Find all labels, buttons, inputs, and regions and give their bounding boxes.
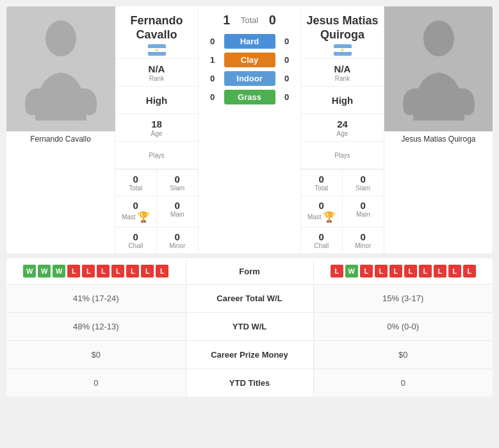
left-header-name1: Fernando (130, 14, 183, 28)
right-trophy-icon: 🏆 (323, 211, 336, 223)
right-form-l2: L (360, 265, 373, 278)
total-score-left: 1 (220, 13, 233, 28)
left-minor-cell: 0 Minor (157, 228, 199, 253)
right-mast-lbl: Mast (307, 213, 322, 220)
right-ytd-wl: 0% (0-0) (314, 313, 493, 340)
right-main-val: 0 (344, 200, 383, 211)
right-rank-row: N/A Rank (301, 59, 384, 87)
left-titles: 0 (6, 369, 186, 397)
comparison-card: Fernando Cavallo Fernando Cavallo N/A Ra… (6, 6, 493, 253)
left-silhouette (22, 18, 99, 120)
right-rank-value: N/A (334, 63, 351, 74)
indoor-score-right: 0 (282, 74, 292, 83)
right-chall-lbl: Chall (302, 242, 341, 249)
right-minor-lbl: Minor (344, 242, 383, 249)
right-high-value: High (332, 95, 353, 106)
right-flag (334, 44, 352, 56)
surface-row-hard: 0 Hard 0 (201, 34, 298, 49)
right-photo (384, 6, 493, 131)
left-age-row: 18 Age (115, 114, 198, 142)
main-container: Fernando Cavallo Fernando Cavallo N/A Ra… (0, 0, 499, 403)
bottom-stats: W W W L L L L L L L Form L W L L L L L L (6, 258, 493, 397)
right-prize: $0 (314, 341, 493, 369)
left-age-label: Age (151, 130, 163, 137)
right-rank-label: Rank (335, 75, 350, 82)
right-chall-cell: 0 Chall (301, 228, 343, 253)
right-form-l7: L (434, 265, 446, 278)
left-header-name2: Cavallo (136, 28, 177, 42)
left-rank-value: N/A (149, 63, 165, 74)
right-slam-cell: 0 Slam (343, 170, 384, 196)
total-score-right: 0 (266, 13, 279, 28)
left-prize: $0 (6, 341, 186, 369)
left-plays-label: Plays (149, 152, 164, 159)
left-chall-lbl: Chall (117, 242, 155, 249)
right-main-cell: 0 Main (343, 196, 384, 227)
right-form-l9: L (463, 265, 476, 278)
left-form-l1: L (67, 265, 80, 278)
right-age-row: 24 Age (301, 114, 384, 142)
right-form-l4: L (389, 265, 402, 278)
right-form-l5: L (404, 265, 417, 278)
indoor-score-left: 0 (208, 74, 218, 83)
left-mast-cell: 0 Mast 🏆 (115, 196, 157, 227)
right-form-w1: W (345, 265, 358, 278)
right-player-name: Jesus Matias Quiroga (384, 131, 493, 147)
right-header-name2: Quiroga (320, 28, 364, 42)
indoor-btn: Indoor (224, 71, 275, 86)
section-gap (6, 253, 493, 258)
right-form-l6: L (419, 265, 432, 278)
left-mast-val: 0 (117, 200, 155, 211)
right-main-lbl: Main (344, 211, 383, 218)
right-form-l3: L (375, 265, 388, 278)
left-form-w1: W (23, 265, 36, 278)
ytd-wl-label: YTD W/L (186, 313, 314, 340)
left-form-w3: W (53, 265, 65, 278)
left-main-lbl: Main (158, 211, 197, 218)
grass-score-left: 0 (208, 92, 218, 102)
clay-score-right: 0 (282, 55, 292, 65)
left-total-cell: 0 Total (115, 170, 157, 196)
left-form-l6: L (141, 265, 154, 278)
left-career-wl: 41% (17-24) (6, 285, 186, 312)
grass-score-right: 0 (282, 92, 292, 102)
right-mast-cell: 0 Mast 🏆 (301, 196, 343, 227)
left-slam-cell: 0 Slam (157, 170, 199, 196)
svg-point-0 (45, 21, 76, 56)
right-total-cell: 0 Total (301, 170, 343, 196)
left-minor-val: 0 (158, 231, 197, 242)
hard-btn: Hard (224, 34, 275, 49)
right-total-val: 0 (302, 174, 341, 185)
left-age-value: 18 (151, 119, 162, 129)
surface-row-grass: 0 Grass 0 (201, 90, 298, 104)
left-minor-lbl: Minor (158, 242, 197, 249)
prize-label: Career Prize Money (186, 341, 314, 369)
right-high-row: High (301, 87, 384, 114)
left-wins-grid: 0 Total 0 Slam 0 Mast 🏆 0 Main (115, 169, 198, 227)
left-high-value: High (146, 95, 167, 106)
right-age-value: 24 (337, 119, 348, 129)
right-titles: 0 (314, 369, 493, 397)
right-photo-col: Jesus Matias Quiroga (384, 6, 493, 253)
left-total-lbl: Total (117, 185, 155, 192)
surface-row-clay: 1 Clay 0 (201, 53, 298, 67)
svg-point-1 (423, 21, 454, 56)
left-player-name: Fernando Cavallo (6, 131, 115, 147)
total-row: 1 Total 0 (201, 13, 298, 28)
left-chall-val: 0 (117, 231, 155, 242)
right-total-lbl: Total (302, 185, 341, 192)
right-stats-col: Jesus Matias Quiroga N/A Rank High 24 Ag… (300, 6, 384, 253)
right-plays-label: Plays (334, 152, 350, 159)
left-name-flag: Fernando Cavallo (115, 6, 198, 59)
ytd-wl-row: 48% (12-13) YTD W/L 0% (0-0) (6, 313, 493, 341)
left-chall-grid: 0 Chall 0 Minor (115, 227, 198, 253)
right-mast-val: 0 (302, 200, 341, 211)
left-form-l5: L (126, 265, 139, 278)
grass-btn: Grass (224, 90, 275, 104)
left-chall-cell: 0 Chall (115, 228, 157, 253)
form-label: Form (186, 260, 314, 283)
left-mast-lbl: Mast (122, 213, 136, 220)
total-label: Total (241, 15, 258, 25)
right-chall-grid: 0 Chall 0 Minor (301, 227, 384, 253)
left-form-l7: L (156, 265, 168, 278)
